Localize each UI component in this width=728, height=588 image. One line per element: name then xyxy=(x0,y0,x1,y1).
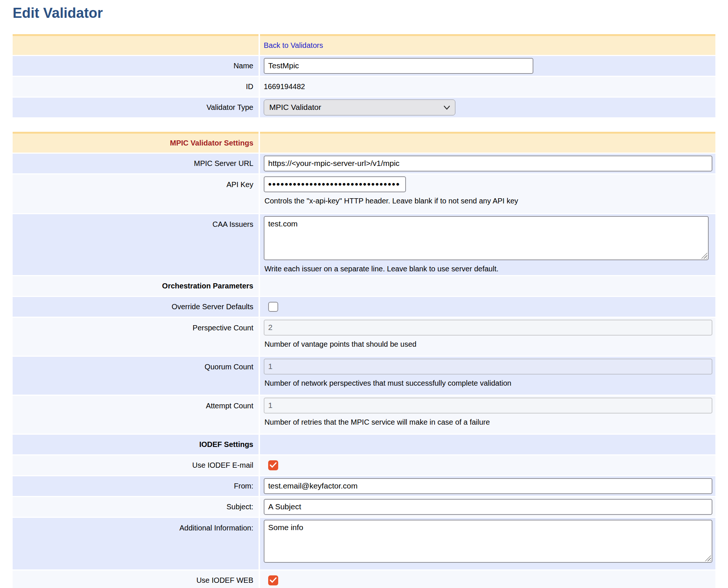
server-url-row: MPIC Server URL xyxy=(13,154,715,173)
back-to-validators-link[interactable]: Back to Validators xyxy=(264,41,323,49)
from-row: From: xyxy=(13,476,715,496)
perspective-count-input xyxy=(264,320,712,336)
validator-type-label: Validator Type xyxy=(13,98,259,117)
chevron-down-icon xyxy=(443,105,450,110)
subject-input[interactable] xyxy=(264,499,712,515)
api-key-input[interactable] xyxy=(264,176,406,192)
override-defaults-checkbox[interactable] xyxy=(268,302,278,312)
iodef-settings-header: IODEF Settings xyxy=(13,435,259,454)
use-iodef-web-label: Use IODEF WEB xyxy=(13,571,259,588)
header-content-cell: Back to Validators xyxy=(260,34,715,55)
mpic-settings-table: MPIC Validator Settings MPIC Server URL … xyxy=(11,131,717,588)
additional-information-textarea[interactable]: Some info xyxy=(264,520,712,563)
caa-issuers-row: CAA Issuers test.com Write each issuer o… xyxy=(13,214,715,275)
orchestration-header-row: Orchestration Parameters xyxy=(13,276,715,296)
edit-validator-page: { "page_title": "Edit Validator", "color… xyxy=(0,0,728,588)
attempt-count-hint: Number of retries that the MPIC service … xyxy=(264,418,712,427)
from-input[interactable] xyxy=(264,478,712,494)
caa-issuers-hint: Write each issuer on a separate line. Le… xyxy=(264,265,712,273)
mpic-section-header-content-cell xyxy=(260,132,715,153)
api-key-label: API Key xyxy=(13,174,259,213)
name-label: Name xyxy=(13,56,259,76)
table-header-row: Back to Validators xyxy=(13,34,715,55)
quorum-count-label: Quorum Count xyxy=(13,357,259,395)
validator-type-select[interactable]: MPIC Validator xyxy=(264,99,455,115)
caa-issuers-label: CAA Issuers xyxy=(13,214,259,275)
use-iodef-web-checkbox[interactable] xyxy=(268,575,278,585)
subject-label: Subject: xyxy=(13,497,259,517)
id-value: 1669194482 xyxy=(260,77,715,97)
quorum-count-row: Quorum Count Number of network perspecti… xyxy=(13,357,715,395)
mpic-server-url-input[interactable] xyxy=(264,156,712,172)
caa-issuers-textarea[interactable]: test.com xyxy=(264,216,709,260)
validator-type-row: Validator Type MPIC Validator xyxy=(13,98,715,117)
additional-information-row: Additional Information: Some info xyxy=(13,518,715,569)
validator-type-selected-value: MPIC Validator xyxy=(269,103,321,112)
use-iodef-email-row: Use IODEF E-mail xyxy=(13,455,715,475)
override-defaults-label: Override Server Defaults xyxy=(13,297,259,317)
attempt-count-input xyxy=(264,398,712,414)
id-row: ID 1669194482 xyxy=(13,77,715,97)
orchestration-parameters-header: Orchestration Parameters xyxy=(13,276,259,296)
quorum-count-hint: Number of network perspectives that must… xyxy=(264,379,712,388)
subject-row: Subject: xyxy=(13,497,715,517)
general-settings-table: Back to Validators Name ID 1669194482 Va… xyxy=(11,33,717,118)
checkmark-icon xyxy=(270,577,277,583)
additional-information-label: Additional Information: xyxy=(13,518,259,569)
iodef-header-row: IODEF Settings xyxy=(13,435,715,454)
perspective-count-hint: Number of vantage points that should be … xyxy=(264,340,712,349)
quorum-count-input xyxy=(264,359,712,375)
header-label-cell xyxy=(13,34,259,55)
name-input[interactable] xyxy=(264,58,533,74)
use-iodef-email-label: Use IODEF E-mail xyxy=(13,455,259,475)
perspective-count-row: Perspective Count Number of vantage poin… xyxy=(13,318,715,356)
id-label: ID xyxy=(13,77,259,97)
perspective-count-label: Perspective Count xyxy=(13,318,259,356)
api-key-row: API Key Controls the "x-api-key" HTTP he… xyxy=(13,174,715,213)
checkmark-icon xyxy=(270,462,277,468)
from-label: From: xyxy=(13,476,259,496)
use-iodef-web-row: Use IODEF WEB xyxy=(13,571,715,588)
attempt-count-label: Attempt Count xyxy=(13,396,259,434)
override-defaults-row: Override Server Defaults xyxy=(13,297,715,317)
mpic-section-header-row: MPIC Validator Settings xyxy=(13,132,715,153)
mpic-section-title: MPIC Validator Settings xyxy=(13,132,259,153)
attempt-count-row: Attempt Count Number of retries that the… xyxy=(13,396,715,434)
use-iodef-email-checkbox[interactable] xyxy=(268,460,278,470)
name-row: Name xyxy=(13,56,715,76)
page-title: Edit Validator xyxy=(13,5,728,22)
api-key-hint: Controls the "x-api-key" HTTP header. Le… xyxy=(264,197,712,205)
server-url-label: MPIC Server URL xyxy=(13,154,259,173)
